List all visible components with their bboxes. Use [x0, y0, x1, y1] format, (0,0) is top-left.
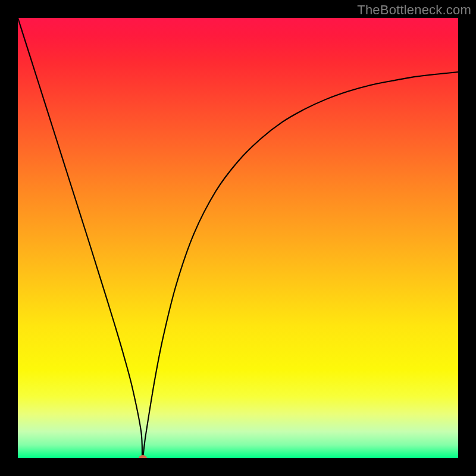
plot-area	[18, 18, 458, 458]
chart-stage: TheBottleneck.com	[0, 0, 476, 476]
minimum-marker	[139, 455, 147, 458]
gradient-background	[18, 18, 458, 458]
watermark-text: TheBottleneck.com	[357, 2, 471, 18]
